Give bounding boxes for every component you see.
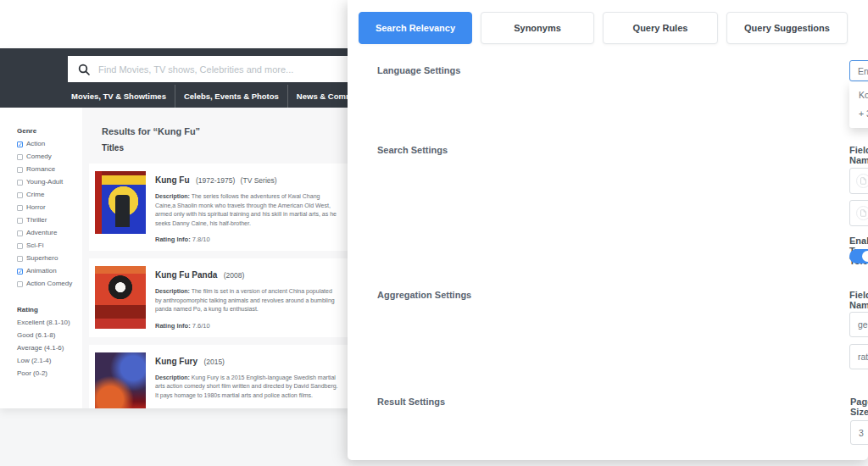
checkbox-icon[interactable] [17, 192, 23, 198]
genre-facet-title: Genre [17, 127, 82, 135]
genre-filter-sci-fi[interactable]: Sci-Fi [17, 242, 82, 249]
facet-label: Adventure [26, 230, 57, 236]
kung-fury-poster [95, 352, 146, 409]
results-panel: Results for “Kung Fu” Titles Kung Fu (19… [82, 108, 351, 408]
tab-query-rules[interactable]: Query Rules [603, 12, 718, 44]
checkbox-icon[interactable] [17, 269, 23, 275]
screen: Movies, TV & Showtimes Celebs, Events & … [0, 0, 868, 466]
genre-filter-romance[interactable]: Romance [17, 166, 82, 173]
result-card-kung-fu-panda[interactable]: Kung Fu Panda (2008) Description: The fi… [89, 258, 351, 337]
card-body: Kung Fury (2015) Description: Kung Fury … [155, 352, 340, 409]
movie-title: Kung Fu Panda [155, 270, 217, 280]
app-header: Movies, TV & Showtimes Celebs, Events & … [0, 48, 351, 108]
facet-label: Animation [26, 268, 57, 275]
result-card-kung-fury[interactable]: Kung Fury (2015) Description: Kung Fury … [89, 345, 351, 409]
movie-year: (1972-1975) [196, 176, 235, 185]
aggregation-settings-label: Aggregation Settings [377, 290, 471, 300]
genre-filter-crime[interactable]: Crime [17, 191, 82, 198]
checkbox-icon[interactable] [17, 230, 23, 236]
nav-celebs-events-photos[interactable]: Celebs, Events & Photos [175, 85, 287, 108]
rating-filter-excellent[interactable]: Excellent (8.1-10) [17, 319, 82, 326]
language-dropdown: Korean + 38 other languages [849, 82, 868, 128]
movie-search-bar[interactable] [68, 56, 351, 82]
card-body: Kung Fu Panda (2008) Description: The fi… [155, 266, 340, 330]
card-title-row: Kung Fu Panda (2008) [155, 270, 340, 280]
card-body: Kung Fu (1972-1975) (TV Series) Descript… [155, 171, 340, 243]
language-settings-label: Language Settings [377, 65, 460, 75]
tab-search-relevancy[interactable]: Search Relevancy [359, 12, 472, 44]
left-top-spacer [0, 0, 351, 48]
checkbox-icon[interactable] [17, 180, 23, 186]
tab-synonyms[interactable]: Synonyms [481, 12, 594, 44]
genre-filter-action[interactable]: Action [17, 141, 82, 147]
language-option-korean[interactable]: Korean [849, 86, 868, 104]
search-icon [77, 63, 91, 76]
rating-filter-good[interactable]: Good (6.1-8) [17, 332, 82, 339]
facet-label: Romance [26, 166, 55, 173]
genre-filter-animation[interactable]: Animation [17, 268, 82, 275]
genre-filter-horror[interactable]: Horror [17, 204, 82, 211]
nav-news-community[interactable]: News & Community [287, 85, 351, 108]
rating-value: 7.8/10 [192, 236, 210, 243]
rating-filter-poor[interactable]: Poor (0-2) [17, 370, 82, 377]
rating-info-label: Rating Info: [155, 408, 191, 408]
movie-rating: Rating Info: 8.3/10 [155, 408, 340, 408]
genre-filter-adventure[interactable]: Adventure [17, 230, 82, 236]
facet-label: Horror [26, 204, 46, 211]
rating-facet-title: Rating [17, 306, 82, 313]
language-input[interactable] [849, 60, 868, 81]
checkbox-icon[interactable] [17, 256, 23, 262]
config-tabs: Search Relevancy Synonyms Query Rules Qu… [359, 12, 848, 44]
nav-movies-tv-showtimes[interactable]: Movies, TV & Showtimes [63, 85, 175, 108]
description-label: Description: [155, 288, 190, 294]
facet-label: Crime [26, 191, 44, 198]
movie-description: Description: The film is set in a versio… [155, 287, 340, 314]
checkbox-icon[interactable] [17, 167, 23, 173]
agg-field-input-genre[interactable] [849, 312, 868, 337]
card-title-row: Kung Fury (2015) [155, 357, 340, 366]
movie-search-input[interactable] [98, 64, 348, 75]
field-name-header: Field Name [849, 145, 868, 165]
genre-filter-comedy[interactable]: Comedy [17, 153, 82, 160]
language-option-more[interactable]: + 38 other languages [849, 104, 868, 123]
rating-value: 7.6/10 [192, 322, 210, 330]
checkbox-icon[interactable] [17, 154, 23, 160]
genre-filter-action-comedy[interactable]: Action Comedy [17, 280, 82, 287]
movie-description: Description: Kung Fury is a 2015 English… [155, 374, 340, 401]
search-config-panel: Search Relevancy Synonyms Query Rules Qu… [348, 0, 868, 460]
kung-fu-1972-poster [95, 171, 146, 234]
genre-filter-superhero[interactable]: Superhero [17, 255, 82, 262]
agg-field-input-rating[interactable] [849, 344, 868, 369]
facet-sidebar: Genre Action Comedy Romance Young-Adult … [0, 108, 82, 408]
movie-title: Kung Fu [155, 175, 190, 185]
tab-query-suggestions[interactable]: Query Suggestions [726, 12, 848, 44]
checkbox-icon[interactable] [17, 243, 23, 249]
movie-description: Description: The series follows the adve… [155, 192, 340, 228]
checkbox-icon[interactable] [17, 281, 23, 287]
document-icon [856, 174, 868, 188]
genre-filter-young-adult[interactable]: Young-Adult [17, 179, 82, 186]
rating-filter-low[interactable]: Low (2.1-4) [17, 358, 82, 364]
rating-facet: Rating Excellent (8.1-10) Good (6.1-8) A… [17, 306, 82, 377]
results-subheading: Titles [102, 143, 351, 153]
checkbox-icon[interactable] [17, 218, 23, 224]
facet-label: Action [26, 141, 45, 147]
document-icon [856, 206, 868, 220]
page-size-input[interactable] [850, 420, 868, 445]
rating-value: 8.3/10 [192, 408, 210, 408]
movie-title: Kung Fury [155, 357, 198, 366]
description-label: Description: [155, 374, 190, 380]
movie-rating: Rating Info: 7.6/10 [155, 322, 340, 330]
app-nav: Movies, TV & Showtimes Celebs, Events & … [63, 85, 351, 108]
movie-type: (TV Series) [241, 176, 277, 185]
rating-filter-average[interactable]: Average (4.1-6) [17, 345, 82, 352]
rating-info-label: Rating Info: [155, 322, 191, 330]
agg-field-name-header: Field Name [849, 290, 868, 310]
checkbox-icon[interactable] [17, 205, 23, 211]
typo-tolerance-toggle[interactable] [849, 249, 868, 264]
results-heading: Results for “Kung Fu” [102, 126, 351, 136]
result-card-kung-fu[interactable]: Kung Fu (1972-1975) (TV Series) Descript… [89, 164, 351, 251]
facet-label: Comedy [26, 153, 52, 160]
genre-filter-thriller[interactable]: Thriller [17, 217, 82, 224]
checkbox-icon[interactable] [17, 141, 23, 147]
